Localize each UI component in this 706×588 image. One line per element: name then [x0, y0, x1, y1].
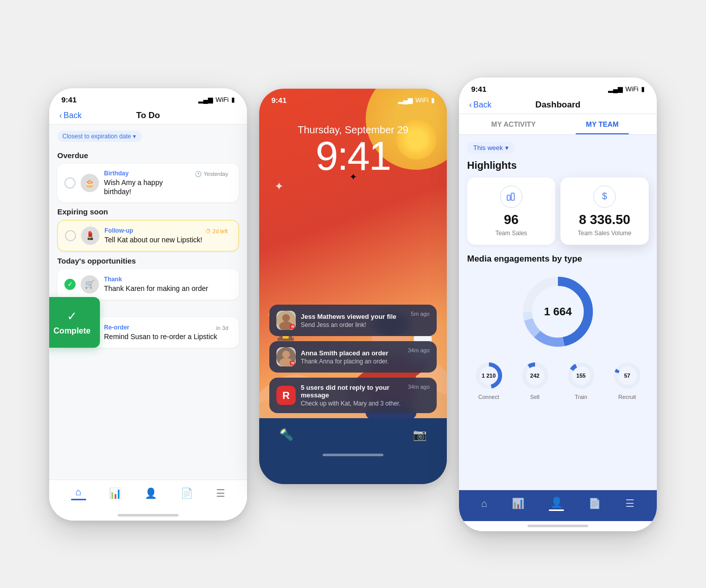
task-checkbox-followup[interactable] — [65, 230, 76, 241]
highlights-title: Highlights — [467, 160, 649, 171]
back-button-left[interactable]: ‹ Back — [59, 111, 82, 120]
signal-icon-center: ▂▄▆ — [398, 96, 413, 104]
complete-button[interactable]: ✓ Complete — [49, 297, 100, 348]
home-icon-right: ⌂ — [481, 498, 487, 509]
notif-card-jess[interactable]: R Jess Mathews viewed your file Send Jes… — [269, 305, 437, 336]
main-scene: 9:41 ▂▄▆ WiFi ▮ ‹ Back To Do ✓ Complete — [29, 27, 677, 562]
team-sales-icon — [500, 186, 522, 208]
tab-my-activity[interactable]: MY ACTIVITY — [469, 114, 558, 134]
chevron-left-icon: ‹ — [59, 111, 62, 120]
home-indicator-right — [459, 521, 657, 531]
clock-icon: 🕐 — [195, 171, 202, 177]
task-card-followup[interactable]: 💄 Follow-up ⏱ 2d left Tell Kat about our… — [57, 220, 239, 251]
tab-menu-right[interactable]: ☰ — [625, 497, 634, 509]
task-info-reorder: Re-order in 3d Remind Susan to re-order … — [104, 324, 232, 341]
back-button-right[interactable]: ‹ Back — [469, 100, 491, 109]
small-donut-train: 155 Train — [566, 360, 596, 400]
notif-title-users: 5 users did not reply to your message — [301, 384, 403, 399]
notif-body-jess: Send Jess an order link! — [301, 321, 406, 328]
team-sales-value: 96 — [504, 212, 519, 228]
small-donut-recruit-wrap: 57 — [612, 360, 643, 391]
task-card-birthday[interactable]: 🎂 Birthday Wish Amy a happy birthday! 🕐 … — [57, 164, 239, 202]
flashlight-icon[interactable]: 🔦 — [279, 428, 293, 442]
phone-lockscreen: 9:41 ▂▄▆ WiFi ▮ Thursday, September 29 9… — [259, 89, 447, 484]
team-sales-label: Team Sales — [496, 230, 527, 237]
notif-info-users: 5 users did not reply to your message Ch… — [301, 384, 403, 407]
sparkle-decoration: ✦ — [259, 171, 447, 182]
section-expiring-label: Expiring soon — [57, 207, 239, 216]
battery-icon-center: ▮ — [431, 96, 435, 104]
nav-bar-left: ‹ Back To Do — [49, 106, 247, 125]
file-icon-right: 📄 — [588, 497, 601, 509]
task-card-thank[interactable]: ✓ 🛒 Thank Thank Karen for making an orde… — [57, 269, 239, 300]
filter-chip[interactable]: Closest to expiration date ▾ — [57, 131, 142, 142]
notif-card-anna[interactable]: R Anna Smith placed an order Thank Anna … — [269, 341, 437, 373]
tab-chart-right[interactable]: 📊 — [512, 497, 524, 509]
tab-home-left[interactable]: ⌂ — [71, 486, 86, 500]
status-icons-left: ▂▄▆ WiFi ▮ — [198, 96, 235, 103]
menu-icon: ☰ — [216, 487, 225, 499]
tab-person-left[interactable]: 👤 — [145, 487, 157, 499]
highlight-card-team-volume: $ 8 336.50 Team Sales Volume — [560, 177, 649, 245]
section-today-label: Today's opportunities — [57, 256, 239, 265]
signal-icon: ▂▄▆ — [198, 96, 213, 103]
tab-home-right[interactable]: ⌂ — [481, 498, 487, 509]
team-volume-icon: $ — [593, 186, 616, 208]
engagements-title: Media engagements by type — [467, 254, 649, 264]
camera-icon[interactable]: 📷 — [413, 428, 427, 442]
tab-chart-left[interactable]: 📊 — [109, 487, 122, 499]
phone-dashboard: 9:41 ▂▄▆ WiFi ▮ ‹ Back Dashboard MY ACTI… — [459, 78, 657, 531]
tab-file-right[interactable]: 📄 — [588, 497, 601, 509]
home-indicator-left — [49, 510, 247, 521]
task-checkbox-birthday[interactable] — [64, 177, 76, 189]
notification-stack: R Jess Mathews viewed your file Send Jes… — [269, 305, 437, 413]
week-chip[interactable]: This week ▾ — [467, 142, 515, 154]
donut-small-row: 1 210 Connect 242 Sell — [467, 360, 649, 400]
donut-sell-name: Sell — [530, 394, 539, 400]
tab-file-left[interactable]: 📄 — [181, 487, 193, 499]
todo-content: ✓ Complete Closest to expiration date ▾ … — [49, 125, 247, 480]
svg-text:R: R — [291, 361, 294, 365]
home-indicator-center — [259, 450, 447, 460]
dashboard-tab-bar: MY ACTIVITY MY TEAM — [459, 114, 657, 135]
person-icon-right: 👤 — [550, 496, 563, 508]
chevron-down-icon: ▾ — [133, 133, 136, 140]
file-icon: 📄 — [181, 487, 193, 499]
notif-body-users: Check up with Kat, Mary and 3 other. — [301, 400, 403, 407]
tab-my-team[interactable]: MY TEAM — [558, 114, 647, 134]
task-title-thank: Thank Karen for making an order — [104, 284, 232, 293]
notif-info-anna: Anna Smith placed an order Thank Anna fo… — [301, 349, 403, 365]
svg-rect-18 — [511, 193, 514, 200]
wifi-icon-center: WiFi — [415, 96, 429, 104]
notif-avatar-anna: R — [276, 347, 296, 366]
dollar-icon: $ — [602, 191, 607, 202]
chart-icon: 📊 — [109, 487, 122, 499]
donut-chart-large: 1 664 — [467, 271, 649, 352]
signal-icon-right: ▂▄▆ — [608, 85, 623, 93]
tab-person-right[interactable]: 👤 — [549, 496, 564, 511]
tab-bar-right: ⌂ 📊 👤 📄 ☰ — [459, 490, 657, 521]
dash-body-inner: This week ▾ Highlights 96 Te — [459, 135, 657, 407]
home-icon: ⌂ — [76, 486, 82, 498]
menu-icon-right: ☰ — [625, 497, 634, 509]
notif-time-users: 34m ago — [408, 384, 430, 390]
donut-wrap-large: 1 664 — [517, 271, 598, 352]
task-checkbox-thank[interactable]: ✓ — [64, 279, 76, 290]
notif-card-users[interactable]: R 5 users did not reply to your message … — [269, 378, 437, 413]
battery-icon: ▮ — [231, 96, 235, 103]
task-category-followup: Follow-up — [104, 227, 133, 234]
donut-label-large: 1 664 — [544, 305, 572, 318]
wifi-icon: WiFi — [216, 96, 229, 103]
status-time-left: 9:41 — [61, 95, 77, 104]
task-avatar-followup: 💄 — [81, 227, 99, 245]
donut-train-name: Train — [575, 394, 587, 400]
highlight-card-team-sales: 96 Team Sales — [467, 177, 555, 245]
tab-menu-left[interactable]: ☰ — [216, 487, 225, 499]
wifi-icon-right: WiFi — [625, 85, 639, 93]
small-donut-train-wrap: 155 — [566, 360, 596, 391]
small-donut-sell-wrap: 242 — [520, 360, 550, 391]
timer-icon: ⏱ — [205, 228, 211, 234]
status-time-right: 9:41 — [471, 85, 486, 93]
chart-icon-right: 📊 — [512, 497, 524, 509]
battery-icon-right: ▮ — [641, 85, 645, 93]
